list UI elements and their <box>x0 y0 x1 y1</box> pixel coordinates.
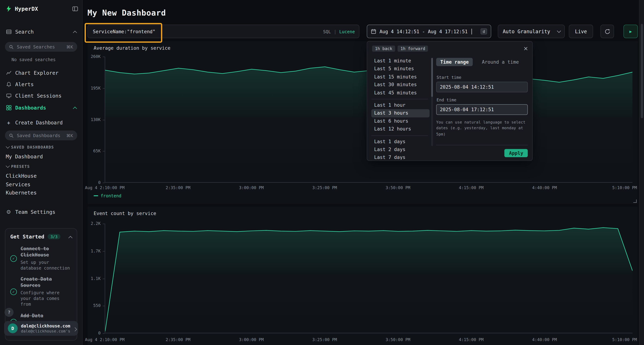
task-create-data-sources[interactable]: ✓ Create Data Sources Configure where yo… <box>10 276 72 307</box>
chart-legend[interactable]: frontend <box>94 344 121 345</box>
time-option[interactable]: Last 15 minutes <box>371 73 430 81</box>
time-option[interactable]: Last 3 hours <box>371 109 430 117</box>
plus-icon: + <box>6 120 12 126</box>
sidebar-item-clickhouse[interactable]: ClickHouse <box>6 173 37 179</box>
divider <box>371 135 428 136</box>
page-scrollbar[interactable] <box>639 0 644 345</box>
sidebar-item-alerts[interactable]: Alerts <box>0 79 82 89</box>
task-connect-clickhouse[interactable]: ✓ Connect to ClickHouse Set up your data… <box>10 246 72 271</box>
sidebar-item-dashboards[interactable]: Dashboards <box>0 103 82 112</box>
no-saved-searches-text: No saved searches <box>12 57 56 62</box>
legend-label: frontend <box>100 193 121 198</box>
create-dashboard-button[interactable]: + Create Dashboard <box>0 118 82 127</box>
y-axis-label: 0 <box>98 331 101 335</box>
close-icon[interactable]: × <box>524 45 528 51</box>
legend-dash-icon <box>94 195 98 196</box>
line-chart-svg <box>105 224 632 333</box>
apply-button[interactable]: Apply <box>504 149 528 157</box>
time-option[interactable]: Last 45 minutes <box>371 89 430 97</box>
time-option[interactable]: Last 2 days <box>371 146 430 154</box>
help-button[interactable]: ? <box>4 308 14 317</box>
sidebar-item-chart-explorer[interactable]: Chart Explorer <box>0 68 82 77</box>
chart-card-avg-duration: Average duration by service 065K130K195K… <box>88 41 638 204</box>
y-axis-label: 1.1K <box>91 276 100 281</box>
sql-toggle[interactable]: SQL <box>323 29 331 34</box>
time-option[interactable]: Last 12 hours <box>371 125 430 133</box>
x-axis-label: 2:35:00 PM <box>166 337 190 342</box>
sidebar-item-label: Dashboards <box>15 104 46 110</box>
live-button[interactable]: Live <box>569 25 593 38</box>
time-option[interactable]: Last 1 minute <box>371 57 430 65</box>
sidebar-item-team-settings[interactable]: ⚙ Team Settings <box>0 207 82 216</box>
app-name: HyperDX <box>15 5 38 12</box>
saved-searches-input[interactable]: ⌘K <box>5 42 77 52</box>
x-axis-label: 3:25:00 PM <box>312 186 337 190</box>
chart-legend[interactable]: frontend <box>94 193 121 198</box>
end-time-input[interactable] <box>436 104 528 115</box>
get-started-header[interactable]: Get Started 3/3 <box>10 233 72 241</box>
sidebar-item-kubernetes[interactable]: Kubernetes <box>6 190 37 196</box>
y-axis-label: 0 <box>98 180 101 185</box>
saved-dashboards-field[interactable] <box>16 132 64 138</box>
x-axis-label: 4:40:00 PM <box>532 186 557 190</box>
user-menu[interactable]: D dale@clickhouse.com dale@clickhouse.co… <box>4 321 78 336</box>
divider <box>371 99 428 99</box>
sidebar-item-my-dashboard[interactable]: My Dashboard <box>6 154 43 160</box>
time-option[interactable]: Last 1 days <box>371 138 430 146</box>
time-option[interactable]: Last 30 minutes <box>371 81 430 89</box>
section-label: SAVED DASHBOARDS <box>11 145 54 149</box>
scrollbar-thumb[interactable] <box>431 58 433 97</box>
chevron-down-icon <box>6 144 10 149</box>
time-option[interactable]: Last 5 minutes <box>371 65 430 73</box>
time-option[interactable]: Last 1 hour <box>371 101 430 109</box>
plot-area[interactable] <box>105 224 632 333</box>
section-label: PRESETS <box>11 164 30 169</box>
task-title: Create Data Sources <box>20 276 72 289</box>
check-icon: ✓ <box>10 289 17 295</box>
sidebar-item-label: Chart Explorer <box>15 69 58 76</box>
sidebar-item-client-sessions[interactable]: Client Sessions <box>0 91 82 100</box>
x-axis-label: 4:15:00 PM <box>459 186 484 190</box>
start-time-label: Start time <box>437 75 528 79</box>
shift-forward-button[interactable]: 1h forward <box>398 45 428 51</box>
resize-handle-icon[interactable] <box>633 200 636 203</box>
key-hint-badge: d <box>481 28 487 34</box>
page-title: My New Dashboard <box>88 8 166 17</box>
time-option[interactable]: Last 7 days <box>371 154 430 160</box>
saved-dashboards-input[interactable]: ⌘K <box>5 130 77 140</box>
sidebar-item-label: Team Settings <box>15 209 56 215</box>
shortcut-hint: ⌘K <box>66 44 73 49</box>
saved-searches-field[interactable] <box>16 44 64 50</box>
apply-row: Apply <box>436 145 528 157</box>
start-time-input[interactable] <box>436 82 528 92</box>
app-root: HyperDX Search ⌘K No saved searches Ch <box>0 0 644 345</box>
tab-time-range[interactable]: Time range <box>436 58 473 66</box>
granularity-select[interactable]: Auto Granularity <box>498 25 565 38</box>
popover-scrollbar[interactable] <box>431 58 433 146</box>
sidebar-header: HyperDX <box>6 4 78 13</box>
shift-back-button[interactable]: 1h back <box>372 45 395 51</box>
section-saved-dashboards[interactable]: SAVED DASHBOARDS <box>6 145 54 149</box>
x-axis-label: 3:50:00 PM <box>386 337 410 342</box>
time-option[interactable]: Last 6 hours <box>371 117 430 125</box>
time-range-input[interactable]: Aug 4 14:12:51 - Aug 4 17:12:51 d <box>367 25 491 38</box>
lucene-toggle[interactable]: Lucene <box>339 29 355 34</box>
legend-label: frontend <box>100 344 121 345</box>
check-icon: ✓ <box>10 255 17 262</box>
y-axis-label: 130K <box>91 117 100 122</box>
x-axis-label: 5:10:00 PM <box>612 337 637 342</box>
y-axis: 065K130K195K260K <box>88 57 104 183</box>
sidebar-item-services[interactable]: Services <box>6 181 30 188</box>
section-presets[interactable]: PRESETS <box>6 164 30 169</box>
query-field[interactable] <box>92 28 323 35</box>
x-axis: Aug 4 2:10:00 PM2:35:00 PM3:00:00 PM3:25… <box>105 185 632 190</box>
language-toggle[interactable]: SQL | Lucene <box>323 29 355 34</box>
tab-around-a-time[interactable]: Around a time <box>478 58 523 66</box>
page-scrollbar-thumb[interactable] <box>640 24 643 118</box>
refresh-button[interactable] <box>600 25 614 38</box>
y-axis-label: 1.7K <box>91 249 100 253</box>
sidebar-collapse-icon[interactable] <box>72 6 78 11</box>
query-search-input[interactable]: SQL | Lucene <box>88 25 360 38</box>
sidebar-item-search[interactable]: Search <box>0 27 82 36</box>
run-query-button[interactable]: ▶ <box>624 25 638 38</box>
